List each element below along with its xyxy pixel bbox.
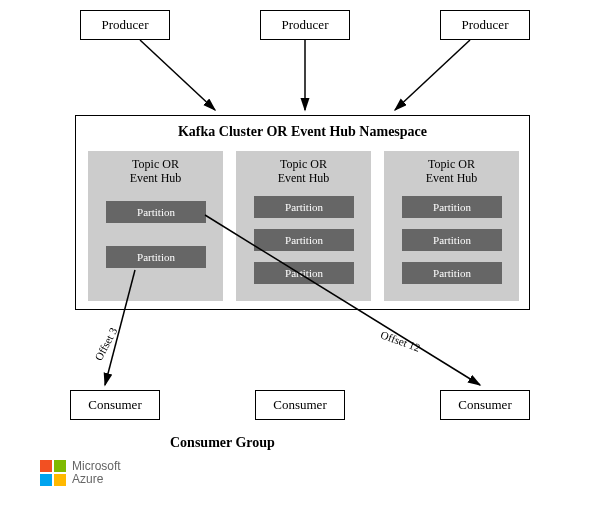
- partition-box: Partition: [402, 229, 502, 251]
- logo-square-br: [54, 474, 66, 486]
- producer-box-2: Producer: [260, 10, 350, 40]
- logo-square-tr: [54, 460, 66, 472]
- offset-label-left: Offset 3: [92, 325, 119, 362]
- consumer-label: Consumer: [458, 397, 511, 413]
- topic-box-3: Topic OR Event Hub Partition Partition P…: [384, 151, 519, 301]
- topic-box-1: Topic OR Event Hub Partition Partition: [88, 151, 223, 301]
- consumer-box-3: Consumer: [440, 390, 530, 420]
- partition-box: Partition: [106, 201, 206, 223]
- producer-label: Producer: [102, 17, 149, 33]
- logo-square-tl: [40, 460, 52, 472]
- partition-label: Partition: [285, 267, 323, 279]
- partition-box: Partition: [254, 229, 354, 251]
- arrow-producer-3: [395, 40, 470, 110]
- partition-label: Partition: [137, 206, 175, 218]
- partition-box: Partition: [402, 262, 502, 284]
- partition-box: Partition: [254, 262, 354, 284]
- producer-box-3: Producer: [440, 10, 530, 40]
- partition-label: Partition: [433, 234, 471, 246]
- partition-box: Partition: [106, 246, 206, 268]
- consumer-label: Consumer: [273, 397, 326, 413]
- logo-text: Microsoft Azure: [72, 460, 121, 486]
- cluster-box: Kafka Cluster OR Event Hub Namespace Top…: [75, 115, 530, 310]
- producer-box-1: Producer: [80, 10, 170, 40]
- topic-title: Topic OR Event Hub: [384, 157, 519, 186]
- partition-label: Partition: [433, 201, 471, 213]
- consumer-box-1: Consumer: [70, 390, 160, 420]
- consumer-box-2: Consumer: [255, 390, 345, 420]
- microsoft-logo-icon: [40, 460, 66, 486]
- producer-label: Producer: [462, 17, 509, 33]
- topic-title: Topic OR Event Hub: [88, 157, 223, 186]
- partition-label: Partition: [285, 201, 323, 213]
- partition-box: Partition: [402, 196, 502, 218]
- logo-square-bl: [40, 474, 52, 486]
- partition-label: Partition: [285, 234, 323, 246]
- cluster-title: Kafka Cluster OR Event Hub Namespace: [76, 124, 529, 140]
- partition-label: Partition: [433, 267, 471, 279]
- logo-product: Azure: [72, 473, 121, 486]
- partition-box: Partition: [254, 196, 354, 218]
- consumer-label: Consumer: [88, 397, 141, 413]
- topic-box-2: Topic OR Event Hub Partition Partition P…: [236, 151, 371, 301]
- consumer-group-label: Consumer Group: [170, 435, 275, 451]
- arrow-producer-1: [140, 40, 215, 110]
- architecture-diagram: Producer Producer Producer Kafka Cluster…: [0, 0, 592, 512]
- topic-title: Topic OR Event Hub: [236, 157, 371, 186]
- azure-logo: Microsoft Azure: [40, 460, 121, 486]
- offset-label-right: Offset 12: [379, 328, 422, 353]
- producer-label: Producer: [282, 17, 329, 33]
- partition-label: Partition: [137, 251, 175, 263]
